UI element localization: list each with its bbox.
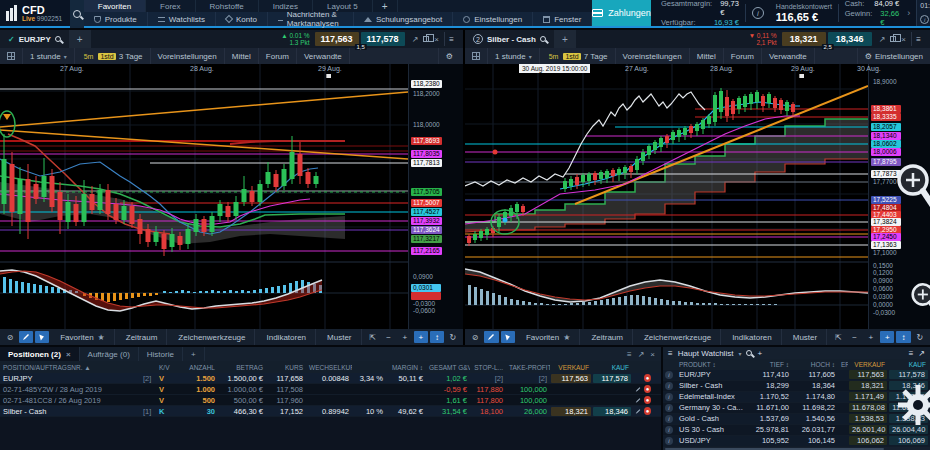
cursor-tool-icon[interactable] [501,331,515,343]
interval-chips[interactable]: 5m1std7 Tage [540,48,616,64]
column-header[interactable]: PRODUKT ↕ [676,361,744,368]
column-header[interactable]: BETRAG [218,364,266,371]
forum-menu[interactable]: Forum [724,48,762,64]
column-header[interactable]: ER [838,361,848,368]
info-icon[interactable]: i [665,426,673,434]
column-header[interactable]: KAUF [888,361,929,368]
forum-menu[interactable]: Forum [259,48,297,64]
menu-item[interactable]: Fenster [533,12,592,26]
menu-item[interactable]: Schulungsangebot [354,12,453,26]
drawing-tools-menu[interactable]: Zeichenwerkzeuge [169,329,255,345]
info-icon[interactable]: i [920,15,929,24]
chart-settings-button[interactable]: ⚙Einstellungen [857,48,930,64]
zoom-in-button[interactable]: + [398,331,412,343]
price-chart[interactable] [465,64,868,329]
snap-icon[interactable]: ⇱ [366,331,380,343]
favorites-menu[interactable]: Favoriten★ [517,329,581,345]
payments-button[interactable]: Zahlungen [592,0,651,26]
indicators-menu[interactable]: Indikatoren [257,329,316,345]
watchlist-row[interactable]: i EUR/JPY 117,410 117,605 117,563 117,57… [663,370,930,381]
search-icon[interactable] [746,350,752,356]
sell-price-button[interactable] [551,385,591,394]
chart-settings-button[interactable]: ⚙ [438,48,463,64]
buy-price-button[interactable]: 11.683,08 [889,403,928,412]
buy-price-button[interactable]: 18,346 [593,407,631,416]
popout-icon[interactable]: ↗ [412,35,419,44]
tab-historie[interactable]: Historie [139,347,183,361]
search-icon[interactable] [55,36,61,42]
popout-icon[interactable]: ↗ [918,349,925,358]
buy-price-button[interactable]: 1.173,29 [889,392,928,401]
horizontal-scrollbar[interactable] [663,447,930,450]
close-icon[interactable]: × [66,350,71,359]
zoom-out-button[interactable]: − [847,331,861,343]
zoom-out-button[interactable]: − [382,331,396,343]
module-menu-icon[interactable]: ≡ [444,32,458,46]
duplicate-icon[interactable] [423,36,429,42]
draw-pencil-icon[interactable] [484,331,498,343]
add-tab-button[interactable]: + [554,30,576,48]
close-position-button[interactable]: ● [644,396,651,404]
popout-icon[interactable]: ↗ [638,350,645,359]
sell-price-button[interactable]: 1.171,49 [849,392,887,401]
chevron-down-icon[interactable]: ▾ [738,350,741,357]
drawing-tools-menu[interactable]: Zeichenwerkzeuge [635,329,721,345]
sell-price-button[interactable]: 18,321 [551,407,591,416]
edit-icon[interactable] [635,397,641,404]
module-menu-icon[interactable]: ≡ [668,349,673,358]
add-tab-button[interactable]: + [69,30,91,48]
close-icon[interactable]: × [434,35,439,44]
autoscale-icon[interactable]: ↕ [430,331,444,343]
interval-dropdown[interactable]: 1 stunde▾ [488,48,540,64]
sell-price-button[interactable] [551,396,591,405]
scrollbar-thumb[interactable] [665,448,884,450]
watchlist-row[interactable]: i Edelmetall-Index 1.170,52 1.174,80 1.1… [663,392,930,403]
info-icon[interactable]: i [665,371,673,379]
disable-drawing-icon[interactable]: ⊘ [3,331,17,343]
instrument-tab[interactable]: ✓ EURJPY [0,30,69,48]
column-header[interactable]: K/V [156,364,176,371]
module-menu-icon[interactable]: ≡ [911,32,925,46]
column-header[interactable]: GESAMT G&V ↕ [426,364,470,371]
column-header[interactable]: STOP-L... [470,364,506,371]
zoom-in-button[interactable]: + [864,331,878,343]
watchlist-title[interactable]: Haupt Watchlist [678,349,734,358]
info-icon[interactable]: i [665,393,673,401]
menu-item[interactable]: Nachrichten & Marktanalysen [268,12,354,26]
layout-tab[interactable]: Forex [146,0,195,12]
sell-price-button[interactable]: 18,321 [849,381,887,390]
module-menu-icon[interactable]: ≡ [909,349,914,358]
buy-price-button[interactable]: 26.004,40 ▲ [889,425,928,434]
draw-pencil-icon[interactable] [19,331,33,343]
buy-price-button[interactable]: 106,069 [889,436,928,445]
close-position-button[interactable]: ● [644,374,651,382]
autoscale-icon[interactable]: ↕ [896,331,910,343]
presets-menu[interactable]: Voreinstellungen [151,48,225,64]
tab-positionen[interactable]: Positionen (2)× [0,347,80,361]
buy-price-button[interactable]: 1.538,83 [889,414,928,423]
price-chart[interactable] [0,64,408,329]
position-row[interactable]: Silber - Cash [1] K 30 466,30 € 17,152 0… [0,406,661,417]
column-header[interactable]: VERKAUF [550,364,592,371]
snap-icon[interactable]: ⇱ [831,331,845,343]
watchlist-row[interactable]: i US 30 - Cash 25.978,81 26.031,77 26.00… [663,425,930,436]
column-header[interactable]: ANZAHL [176,364,218,371]
position-row[interactable]: 02-71-481CC8 / 26 Aug 2019 V 500 500,00 … [0,395,661,406]
buy-price-button[interactable]: 18,346 [828,32,872,46]
indicators-menu[interactable]: Indikatoren [723,329,782,345]
watchlist-row[interactable]: i USD/JPY 105,952 106,145 106,062 106,06… [663,436,930,447]
info-icon[interactable]: i [665,437,673,445]
presets-menu[interactable]: Voreinstellungen [616,48,690,64]
patterns-menu[interactable]: Muster [318,329,361,345]
timeframe-menu[interactable]: Zeitraum [582,329,633,345]
chart-plot-area[interactable]: 118,2380118,2000118,0000117,8693117,8035… [0,64,463,329]
menu-item[interactable]: Produkte [84,12,148,26]
sell-price-button[interactable]: 117,563 [315,32,359,46]
reset-chart-icon[interactable]: ↻ [446,331,460,343]
sell-price-button[interactable]: 26.001,40 ▲ [849,425,887,434]
info-icon[interactable]: i [752,7,764,19]
watchlist-row[interactable]: i Gold - Cash 1.537,69 1.540,56 1.538,53… [663,414,930,425]
edit-icon[interactable] [635,386,641,393]
layout-tab[interactable]: Rohstoffe [196,0,259,12]
menu-item[interactable]: Einstellungen [453,12,533,26]
